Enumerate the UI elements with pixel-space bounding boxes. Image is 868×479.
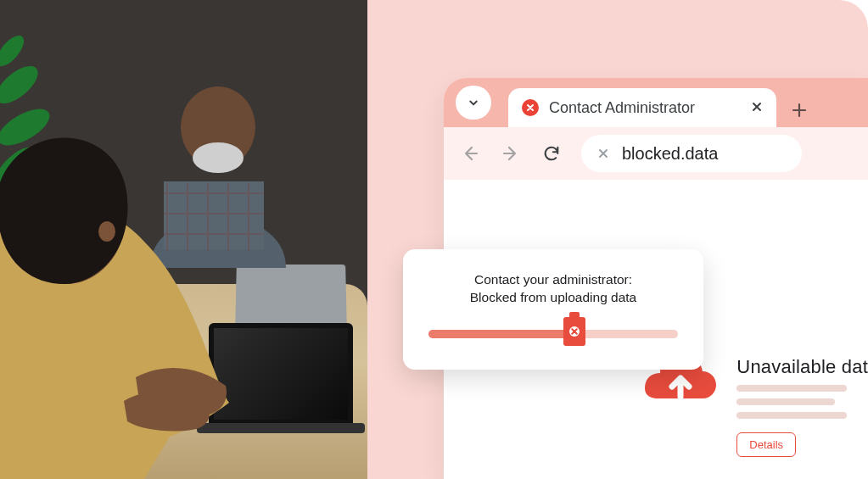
details-button[interactable]: Details — [736, 432, 796, 457]
upload-progress — [428, 326, 678, 343]
svg-point-0 — [0, 59, 44, 110]
new-tab-button[interactable] — [776, 102, 822, 119]
browser-tab-active[interactable]: Contact Administrator — [508, 88, 776, 127]
forward-button[interactable] — [500, 142, 522, 164]
unavailable-title: Unavailable dat — [736, 356, 868, 378]
progress-fill — [428, 330, 574, 338]
tab-strip: Contact Administrator — [444, 78, 868, 127]
marketing-panel: Contact Administrator — [367, 0, 868, 479]
plus-icon — [791, 102, 808, 119]
address-bar[interactable]: blocked.data — [581, 135, 802, 172]
site-info-button[interactable] — [595, 145, 612, 162]
browser-toolbar: blocked.data — [444, 127, 868, 180]
arrow-right-icon — [501, 143, 521, 164]
reload-icon — [542, 144, 561, 163]
arrow-left-icon — [460, 143, 480, 164]
address-url: blocked.data — [622, 144, 718, 164]
error-favicon-icon — [522, 99, 539, 116]
tab-close-button[interactable] — [751, 99, 763, 117]
svg-point-4 — [0, 34, 29, 70]
popup-message: Contact your administrator: Blocked from… — [428, 271, 678, 307]
upload-blocked-popup: Contact your administrator: Blocked from… — [403, 249, 703, 370]
close-circle-icon — [596, 147, 610, 160]
skeleton-line — [736, 398, 835, 405]
tab-search-button[interactable] — [456, 86, 491, 120]
reload-button[interactable] — [540, 142, 563, 164]
svg-point-17 — [98, 221, 115, 242]
person-seated-front — [0, 123, 272, 479]
tab-title: Contact Administrator — [549, 99, 695, 117]
progress-blocked-marker — [563, 317, 585, 346]
promo-photo — [0, 0, 367, 479]
skeleton-line — [736, 385, 847, 392]
blocked-icon — [563, 317, 585, 346]
skeleton-line — [736, 412, 847, 419]
close-icon — [751, 101, 763, 113]
chevron-down-icon — [466, 95, 481, 110]
back-button[interactable] — [459, 142, 481, 164]
